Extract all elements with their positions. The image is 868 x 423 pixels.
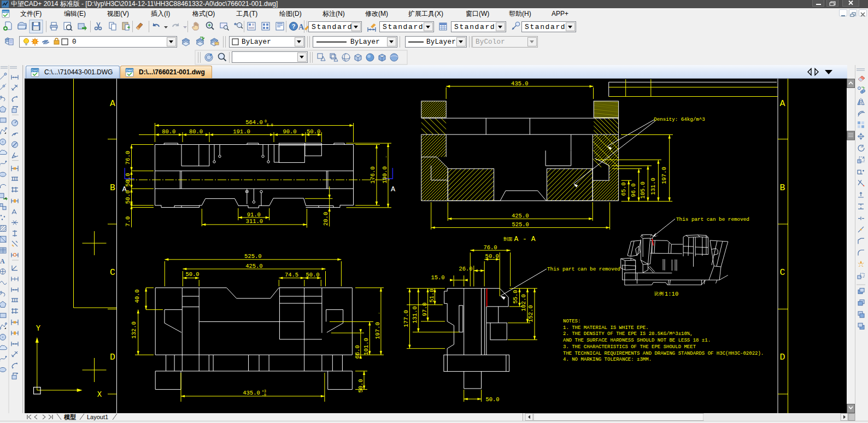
svg-text:B: B	[780, 183, 785, 193]
svg-text:102.0: 102.0	[520, 294, 527, 312]
svg-text:176.0: 176.0	[370, 166, 377, 184]
svg-text:50.0: 50.0	[306, 272, 319, 278]
svg-text:A: A	[298, 23, 304, 31]
svg-text:311.0: 311.0	[246, 218, 263, 225]
svg-text:-0: -0	[262, 393, 266, 397]
svg-text:132.0: 132.0	[131, 321, 137, 339]
svg-text:A: A	[391, 185, 396, 193]
svg-text:50.0: 50.0	[185, 271, 199, 278]
svg-text:15.0: 15.0	[431, 274, 444, 281]
svg-text:D: D	[780, 352, 785, 362]
svg-text:DWG: DWG	[32, 69, 39, 72]
svg-text:比例: 比例	[654, 291, 664, 297]
svg-text:A: A	[780, 98, 785, 109]
svg-text:197.0: 197.0	[374, 322, 381, 339]
svg-text:?: ?	[292, 23, 296, 30]
svg-text:Layout1: Layout1	[87, 414, 108, 420]
svg-text:20.0: 20.0	[322, 212, 329, 226]
svg-text:50.0: 50.0	[485, 396, 499, 403]
svg-text:D: D	[110, 352, 115, 362]
svg-text:+3: +3	[262, 390, 266, 393]
svg-text:-: -	[384, 156, 388, 158]
svg-text:50.0: 50.0	[307, 128, 320, 135]
svg-text:50.0: 50.0	[125, 173, 131, 186]
svg-text:50.0: 50.0	[357, 379, 364, 392]
svg-text:66.0: 66.0	[354, 345, 361, 359]
svg-text:131.0: 131.0	[412, 306, 418, 324]
svg-text:7.0: 7.0	[125, 216, 131, 227]
svg-text:197.0: 197.0	[661, 167, 667, 184]
svg-text:4. NO MARKING TOLERANCE: ±3MM.: 4. NO MARKING TOLERANCE: ±3MM.	[563, 357, 652, 362]
svg-text:152.0: 152.0	[527, 305, 534, 322]
svg-text:131.0: 131.0	[650, 178, 656, 195]
svg-text:97.0: 97.0	[421, 302, 428, 316]
svg-text:DWG: DWG	[126, 69, 133, 72]
svg-text:AND THE SURFACE HARDNESS SHOUL: AND THE SURFACE HARDNESS SHOULD NOT BE L…	[563, 338, 711, 343]
svg-text:91.0: 91.0	[247, 212, 261, 218]
svg-text:剖面: 剖面	[503, 237, 513, 242]
svg-text:Density: 64kg/m^3: Density: 64kg/m^3	[654, 116, 705, 122]
svg-text:90.0: 90.0	[283, 128, 296, 135]
svg-text:26.0: 26.0	[459, 266, 472, 272]
svg-text:105.0: 105.0	[640, 181, 646, 199]
svg-text:191.0: 191.0	[233, 128, 250, 135]
svg-text:177.0: 177.0	[403, 310, 409, 327]
svg-text:76.0: 76.0	[125, 151, 131, 164]
svg-text:NOTES:: NOTES:	[563, 319, 580, 324]
svg-text:74.5: 74.5	[285, 272, 298, 278]
svg-text:190.0: 190.0	[382, 166, 388, 184]
svg-text:THE TECHNICAL REQUIREMENTS AND: THE TECHNICAL REQUIREMENTS AND DRAWING S…	[563, 351, 764, 356]
svg-text:A: A	[110, 98, 115, 109]
svg-text:435.0: 435.0	[243, 390, 260, 396]
svg-text:76.0: 76.0	[483, 244, 497, 251]
svg-text:This part can be removed: This part can be removed	[547, 266, 620, 272]
svg-text:This part can be removed: This part can be removed	[676, 216, 749, 222]
svg-text:-5.0: -5.0	[265, 124, 273, 127]
svg-text:50.0: 50.0	[485, 253, 499, 260]
svg-text:X: X	[97, 390, 102, 399]
svg-text:435.0: 435.0	[511, 80, 529, 87]
svg-text:C: C	[780, 267, 785, 278]
svg-text:A - A: A - A	[514, 235, 535, 243]
svg-text:Y: Y	[36, 324, 41, 333]
svg-text:525.0: 525.0	[244, 253, 262, 260]
svg-text:模型: 模型	[63, 414, 76, 420]
svg-text:1. THE MATERIAL IS WHITE EPE.: 1. THE MATERIAL IS WHITE EPE.	[563, 325, 649, 331]
svg-text:3. THE CHARACTERISTICS OF THE: 3. THE CHARACTERISTICS OF THE EPE SHOULD…	[563, 344, 696, 350]
svg-text:564.0: 564.0	[245, 119, 263, 126]
svg-text:101.0: 101.0	[363, 338, 370, 355]
svg-text:B: B	[110, 183, 115, 193]
svg-text:50.0: 50.0	[125, 190, 131, 204]
svg-text:525.0: 525.0	[512, 221, 529, 228]
svg-text:96.0: 96.0	[630, 183, 637, 197]
svg-text:1:10: 1:10	[665, 291, 678, 297]
svg-text:0: 0	[265, 120, 267, 124]
svg-text:40.0: 40.0	[134, 289, 140, 303]
svg-text:51.0: 51.0	[429, 289, 435, 302]
svg-text:65.0: 65.0	[620, 182, 627, 196]
svg-text:DWG: DWG	[3, 10, 9, 14]
svg-text:C: C	[110, 267, 115, 278]
svg-text:A: A	[0, 257, 5, 265]
svg-text:80.0: 80.0	[189, 128, 203, 135]
svg-text:80.0: 80.0	[162, 128, 175, 135]
svg-text:-: -	[377, 312, 381, 314]
svg-text:425.0: 425.0	[245, 263, 263, 269]
svg-text:425.0: 425.0	[512, 213, 529, 219]
svg-text:2. THE DENSITY OF THE EPE IS 2: 2. THE DENSITY OF THE EPE IS 28.5KG/M^3±…	[563, 331, 693, 337]
svg-text:55.0: 55.0	[512, 290, 519, 303]
